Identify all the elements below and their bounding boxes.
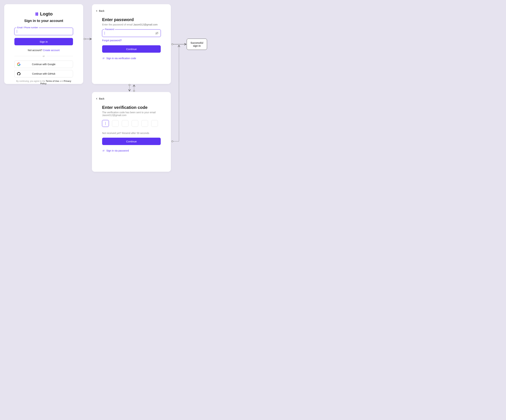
chevron-left-icon: [95, 10, 98, 12]
verify-title: Enter verification code: [102, 105, 161, 110]
signin-via-code-link[interactable]: Sign in via verification code: [102, 57, 161, 60]
password-email: Jason012@gmail.com: [133, 23, 158, 26]
swap-icon: [102, 149, 105, 152]
back-button[interactable]: Back: [95, 97, 161, 100]
no-account-text: Not account?: [28, 49, 43, 52]
divider-text: or: [43, 55, 45, 57]
create-account-row: Not account? Create account: [14, 49, 73, 52]
create-account-link[interactable]: Create account: [43, 49, 60, 52]
arrow-signin-to-password: [84, 38, 92, 40]
google-icon: [17, 62, 20, 66]
logto-icon: [35, 12, 39, 16]
svg-point-7: [172, 44, 173, 45]
verify-subtitle: The verification code has been sent to y…: [102, 111, 161, 117]
text-cursor-icon: [105, 32, 105, 35]
password-input[interactable]: [102, 29, 161, 37]
resend-text: Not received yet? Resend after 59 second…: [102, 132, 161, 135]
arrow-password-verify-bidir: [127, 84, 136, 92]
result-node: Successful sign-in: [187, 39, 207, 50]
svg-rect-1: [36, 12, 38, 15]
verify-continue-button[interactable]: Continue: [102, 138, 161, 145]
svg-point-11: [133, 90, 135, 92]
back-label: Back: [99, 97, 104, 100]
legal-text: By continuing, you agree to the Terms of…: [14, 80, 73, 85]
identifier-input[interactable]: [14, 28, 73, 35]
svg-point-9: [129, 84, 130, 86]
eye-off-icon[interactable]: [155, 31, 159, 35]
password-continue-button[interactable]: Continue: [102, 45, 161, 53]
identifier-label: Email / Phone number: [16, 26, 39, 29]
code-digit-4[interactable]: [132, 120, 138, 127]
svg-point-13: [172, 141, 173, 142]
back-label: Back: [99, 9, 104, 12]
google-button[interactable]: Continue with Google: [14, 61, 73, 68]
terms-link[interactable]: Terms of Use: [46, 80, 59, 82]
github-label: Continue with GitHub: [32, 72, 55, 75]
logo-row: Logto: [14, 11, 73, 17]
code-digit-2[interactable]: [112, 120, 119, 127]
github-button[interactable]: Continue with GitHub: [14, 70, 73, 77]
text-cursor-icon: [17, 30, 17, 33]
chevron-left-icon: [95, 97, 98, 100]
result-label: Successful sign-in: [188, 41, 206, 47]
github-icon: [17, 72, 20, 75]
verify-card: Back Enter verification code The verific…: [92, 92, 171, 172]
arrow-verify-to-result: [171, 44, 182, 142]
password-subtitle: Enter the password of email Jason012@gma…: [102, 23, 161, 26]
password-title: Enter password: [102, 17, 161, 22]
identifier-field-wrap: Email / Phone number: [14, 28, 73, 35]
verify-email: Jason012@gmail.com: [102, 114, 126, 117]
forgot-password-link[interactable]: Forgot password?: [102, 39, 161, 42]
swap-icon: [102, 57, 105, 60]
code-digit-6[interactable]: [151, 120, 158, 127]
signin-button[interactable]: Sign in: [14, 38, 73, 45]
signin-card: Logto Sign in to your account Email / Ph…: [4, 4, 83, 84]
brand-name: Logto: [40, 11, 53, 17]
google-label: Continue with Google: [32, 63, 55, 66]
signin-title: Sign in to your account: [14, 19, 73, 23]
divider: or: [14, 55, 73, 57]
code-inputs-row: [102, 120, 161, 127]
code-digit-1[interactable]: [102, 120, 109, 127]
signin-via-password-link[interactable]: Sign in via password: [102, 149, 161, 152]
password-field-wrap: Password: [102, 29, 161, 37]
password-label: Password: [104, 28, 115, 31]
back-button[interactable]: Back: [95, 9, 161, 12]
svg-rect-2: [37, 14, 38, 14]
code-digit-5[interactable]: [141, 120, 148, 127]
arrow-password-to-result: [171, 43, 187, 45]
password-card: Back Enter password Enter the password o…: [92, 4, 171, 84]
alt-link-label: Sign in via password: [106, 149, 129, 152]
svg-point-5: [84, 38, 85, 40]
code-digit-3[interactable]: [122, 120, 128, 127]
alt-link-label: Sign in via verification code: [106, 57, 136, 60]
